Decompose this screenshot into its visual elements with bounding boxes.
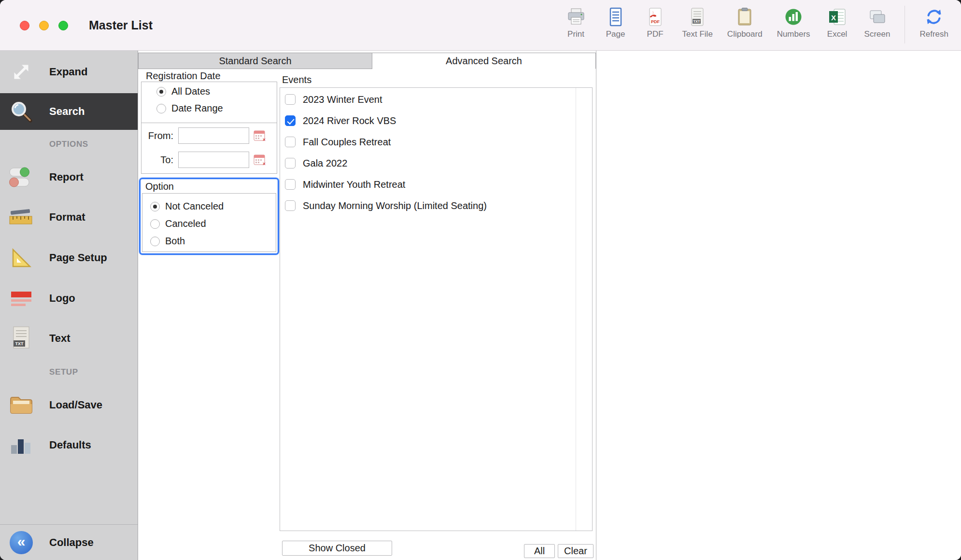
- sidebar-item-expand[interactable]: Expand: [0, 51, 138, 93]
- event-checkbox[interactable]: [285, 200, 296, 211]
- sidebar-format-label: Format: [49, 211, 85, 224]
- zoom-button[interactable]: [58, 21, 68, 30]
- event-row[interactable]: 2024 River Rock VBS: [280, 110, 592, 131]
- page-icon: [605, 5, 627, 29]
- format-ruler-icon: [6, 205, 36, 230]
- sidebar-logo-label: Logo: [49, 292, 75, 305]
- svg-text:TXT: TXT: [693, 19, 701, 24]
- date-range-radio[interactable]: [156, 104, 166, 113]
- toolbar-refresh-button[interactable]: Refresh: [919, 5, 948, 39]
- event-label: 2023 Winter Event: [303, 94, 382, 105]
- text-file-icon: TXT: [686, 5, 708, 29]
- search-icon: [6, 99, 36, 124]
- event-label: Midwinter Youth Retreat: [303, 179, 405, 190]
- window-title: Master List: [89, 0, 153, 50]
- date-range-radio-row[interactable]: Date Range: [156, 103, 223, 114]
- event-label: Sunday Morning Worship (Limited Seating): [303, 200, 487, 211]
- printer-icon: [565, 5, 587, 29]
- screen-icon: [866, 5, 889, 29]
- minimize-button[interactable]: [39, 21, 49, 30]
- event-row[interactable]: 2023 Winter Event: [280, 89, 592, 110]
- canceled-radio-row[interactable]: Canceled: [150, 218, 206, 229]
- event-label: 2024 River Rock VBS: [303, 115, 396, 126]
- sidebar-search-label: Search: [49, 105, 85, 118]
- group-divider: [141, 123, 277, 123]
- collapse-icon: «: [6, 531, 36, 554]
- not-canceled-radio[interactable]: [150, 202, 160, 211]
- sidebar-page-setup-label: Page Setup: [49, 252, 107, 264]
- canceled-radio[interactable]: [150, 219, 160, 229]
- canceled-label: Canceled: [165, 218, 206, 229]
- sidebar-item-format[interactable]: Format: [0, 197, 138, 238]
- to-calendar-icon[interactable]: ×: [253, 153, 267, 167]
- toolbar-numbers-button[interactable]: Numbers: [777, 5, 810, 39]
- event-checkbox[interactable]: [285, 179, 296, 190]
- toolbar-pdf-button[interactable]: PDF PDF: [643, 5, 668, 39]
- to-date-input[interactable]: [178, 152, 249, 168]
- select-all-button[interactable]: All: [524, 544, 555, 558]
- all-dates-label: All Dates: [171, 86, 210, 97]
- event-checkbox[interactable]: [285, 94, 296, 105]
- numbers-chart-icon: [782, 5, 805, 29]
- svg-text:×: ×: [263, 161, 266, 167]
- sidebar-options-header: OPTIONS: [49, 137, 88, 152]
- toolbar-excel-button[interactable]: X Excel: [825, 5, 850, 39]
- event-row[interactable]: Midwinter Youth Retreat: [280, 174, 592, 195]
- sidebar-item-defaults[interactable]: Defaults: [0, 425, 138, 465]
- toolbar-screen-button[interactable]: Screen: [864, 5, 890, 39]
- toolbar-text-file-button[interactable]: TXT Text File: [682, 5, 713, 39]
- sidebar-item-logo[interactable]: Logo: [0, 278, 138, 319]
- both-label: Both: [165, 236, 185, 247]
- event-label: Gala 2022: [303, 158, 347, 169]
- from-date-input[interactable]: [178, 127, 249, 144]
- show-closed-button[interactable]: Show Closed: [282, 541, 392, 556]
- tab-standard-search[interactable]: Standard Search: [138, 53, 372, 69]
- both-radio-row[interactable]: Both: [150, 236, 185, 247]
- toolbar: Print Page PDF PDF TXT Text File: [564, 5, 948, 43]
- toolbar-page-button[interactable]: Page: [603, 5, 628, 39]
- sidebar-setup-header: SETUP: [49, 364, 78, 380]
- tab-bar: Standard Search Advanced Search: [138, 53, 596, 69]
- tab-advanced-search[interactable]: Advanced Search: [372, 53, 596, 69]
- both-radio[interactable]: [150, 237, 160, 246]
- app-window: Master List Print Page PDF PDF: [0, 0, 961, 560]
- clipboard-icon: [734, 5, 756, 29]
- sidebar-item-page-setup[interactable]: Page Setup: [0, 238, 138, 278]
- event-checkbox[interactable]: [285, 137, 296, 147]
- sidebar-expand-label: Expand: [49, 66, 87, 78]
- toolbar-print-button[interactable]: Print: [564, 5, 589, 39]
- sidebar-report-label: Report: [49, 171, 84, 183]
- toolbar-screen-label: Screen: [864, 29, 890, 39]
- event-checkbox-checked[interactable]: [285, 115, 296, 126]
- close-button[interactable]: [20, 21, 29, 30]
- all-dates-radio-row[interactable]: All Dates: [156, 86, 210, 97]
- event-row[interactable]: Gala 2022: [280, 153, 592, 174]
- clear-selection-button[interactable]: Clear: [558, 544, 594, 558]
- date-range-label: Date Range: [171, 103, 223, 114]
- all-dates-radio[interactable]: [156, 87, 166, 97]
- event-row[interactable]: Sunday Morning Worship (Limited Seating): [280, 195, 592, 216]
- sidebar-item-search[interactable]: Search: [0, 93, 138, 130]
- sidebar-item-load-save[interactable]: Load/Save: [0, 385, 138, 425]
- svg-text:×: ×: [263, 137, 266, 142]
- toolbar-numbers-label: Numbers: [777, 29, 810, 39]
- collapse-chevrons-icon: «: [10, 531, 33, 554]
- excel-icon: X: [826, 5, 848, 29]
- toolbar-print-label: Print: [567, 29, 584, 39]
- toolbar-clipboard-label: Clipboard: [727, 29, 763, 39]
- sidebar-item-collapse[interactable]: « Collapse: [0, 524, 138, 560]
- sidebar-item-text[interactable]: TXT Text: [0, 318, 138, 359]
- events-list[interactable]: 2023 Winter Event 2024 River Rock VBS Fa…: [280, 87, 593, 531]
- svg-text:TXT: TXT: [15, 341, 24, 346]
- toolbar-clipboard-button[interactable]: Clipboard: [727, 5, 763, 39]
- report-toggles-icon: [6, 165, 36, 190]
- text-document-icon: TXT: [6, 326, 36, 351]
- option-group-focused: Option Not Canceled Canceled Both: [139, 178, 279, 255]
- from-calendar-icon[interactable]: ×: [253, 129, 267, 142]
- sidebar-item-report[interactable]: Report: [0, 157, 138, 197]
- option-title: Option: [145, 181, 174, 192]
- event-row[interactable]: Fall Couples Retreat: [280, 131, 592, 153]
- event-checkbox[interactable]: [285, 158, 296, 168]
- sidebar-collapse-label: Collapse: [49, 536, 94, 549]
- not-canceled-radio-row[interactable]: Not Canceled: [150, 201, 224, 212]
